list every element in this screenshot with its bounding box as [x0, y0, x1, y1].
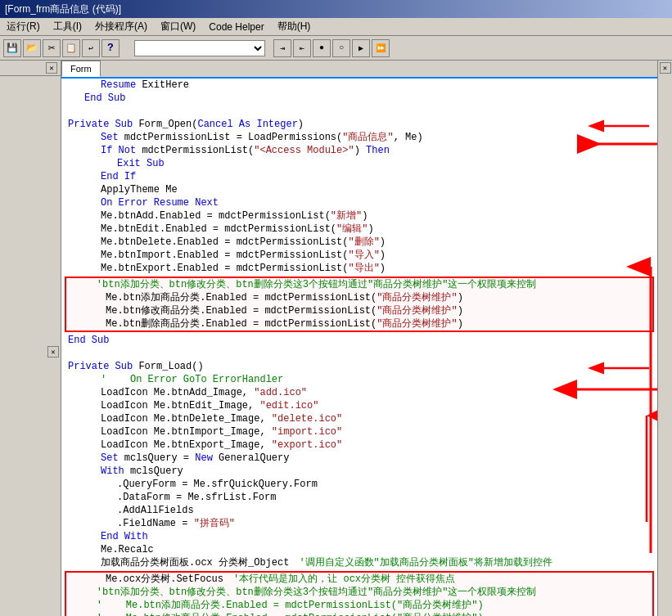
code-line: Me.btnAdd.Enabled = mdctPermissionList("… — [61, 209, 657, 223]
highlight-box-2-container: Me.ocx分类树.SetFocus '本行代码是加入的，让 ocx分类树 控件… — [61, 571, 657, 616]
code-line: ApplyTheme Me — [61, 183, 657, 196]
arrow-form-load — [584, 360, 649, 376]
code-line: ' On Error GoTo ErrorHandler — [61, 373, 657, 386]
code-line: .AddAllFields — [61, 504, 657, 517]
code-line: LoadIcon Me.btnDelete_Image, "delete.ico… — [61, 412, 657, 425]
code-line: Me.btn添加商品分类.Enabled = mdctPermissionLis… — [66, 291, 652, 304]
code-line: .DataForm = Me.sfrList.Form — [61, 491, 657, 504]
code-line: End With — [61, 530, 657, 543]
code-line: Me.Recalc — [61, 543, 657, 556]
arrow-form-open — [584, 118, 649, 134]
code-line: Me.btnEdit.Enabled = mdctPermissionList(… — [61, 223, 657, 236]
code-line: Resume ExitHere — [61, 79, 657, 92]
code-line: Me.btnDelete.Enabled = mdctPermissionLis… — [61, 236, 657, 249]
menu-addins[interactable]: 外接程序(A) — [88, 18, 154, 35]
toolbar-undo-btn[interactable]: ↩ — [82, 39, 100, 57]
code-line: 'btn添加分类、btn修改分类、btn删除分类这3个按钮均通过"商品分类树维护… — [66, 278, 652, 291]
tab-form[interactable]: Form — [61, 61, 101, 77]
left-panel-content — [0, 76, 61, 346]
code-line: Me.btnExport.Enabled = mdctPermissionLis… — [61, 262, 657, 275]
code-line: LoadIcon Me.btnImport_Image, "import.ico… — [61, 425, 657, 438]
toolbar-clear-bp-btn[interactable]: ○ — [332, 39, 350, 57]
code-line: End Sub — [61, 92, 657, 105]
code-line: LoadIcon Me.btnEdit_Image, "edit.ico" — [61, 399, 657, 412]
code-line: .FieldName = "拼音码" — [61, 517, 657, 530]
code-line: Set mclsQuery = New GeneralQuery — [61, 452, 657, 465]
code-line: .QueryForm = Me.sfrQuickQuery.Form — [61, 478, 657, 491]
code-line: 'btn添加分类、btn修改分类、btn删除分类这3个按钮均通过"商品分类树维护… — [66, 586, 652, 599]
right-panel: ✕ — [657, 61, 672, 616]
toolbar-paste-btn[interactable]: 📋 — [62, 39, 80, 57]
arrow-up — [634, 407, 657, 522]
menu-help[interactable]: 帮助(H) — [271, 18, 318, 35]
window-title: [Form_frm商品信息 (代码)] — [5, 2, 121, 16]
code-line: LoadIcon Me.btnAdd_Image, "add.ico" — [61, 386, 657, 399]
left-close-2[interactable]: ✕ — [47, 346, 59, 357]
code-line — [61, 347, 657, 360]
menu-window[interactable]: 窗口(W) — [154, 18, 202, 35]
code-content[interactable]: Resume ExitHere End Sub Private Sub Form… — [61, 79, 657, 616]
code-line: Private Sub Form_Load() — [61, 360, 657, 373]
toolbar-indent-btn[interactable]: ⇥ — [273, 39, 291, 57]
code-area: Form Resume ExitHere End Sub Pri — [61, 61, 657, 616]
code-line — [61, 105, 657, 118]
code-line: 加载商品分类树面板.ocx 分类树_Object '调用自定义函数"加载商品分类… — [61, 556, 657, 569]
code-line: Me.ocx分类树.SetFocus '本行代码是加入的，让 ocx分类树 控件… — [66, 573, 652, 586]
toolbar-toggle-bp-btn[interactable]: ● — [313, 39, 331, 57]
code-line: Private Sub Form_Open(Cancel As Integer) — [61, 118, 657, 131]
left-panel-header: ✕ — [0, 61, 61, 76]
code-line: LoadIcon Me.btnExport_Image, "export.ico… — [61, 438, 657, 452]
code-line: Me.btn修改商品分类.Enabled = mdctPermissionLis… — [66, 304, 652, 317]
left-panel-close[interactable]: ✕ — [46, 62, 57, 74]
code-line: ' Me.btn修改商品分类.Enabled = mdctPermissionL… — [66, 612, 652, 616]
highlight-box-1: 'btn添加分类、btn修改分类、btn删除分类这3个按钮均通过"商品分类树维护… — [65, 277, 654, 332]
code-line: On Error Resume Next — [61, 196, 657, 209]
code-line: End Sub — [61, 334, 657, 347]
toolbar-step-btn[interactable]: ▶ — [352, 39, 370, 57]
code-line: Set mdctPermissionList = LoadPermissions… — [61, 131, 657, 144]
title-bar: [Form_frm商品信息 (代码)] — [0, 0, 672, 18]
form-load-section: Private Sub Form_Load() — [61, 360, 657, 373]
code-line: Me.btnImport.Enabled = mdctPermissionLis… — [61, 249, 657, 262]
toolbar-open-btn[interactable]: 📂 — [23, 39, 41, 57]
form-open-section: Private Sub Form_Open(Cancel As Integer) — [61, 118, 657, 131]
menu-codehelper[interactable]: Code Helper — [202, 20, 270, 34]
relative-container: Resume ExitHere End Sub Private Sub Form… — [61, 79, 657, 616]
code-line: Me.btn删除商品分类.Enabled = mdctPermissionLis… — [66, 317, 652, 330]
toolbar: 💾 📂 ✂ 📋 ↩ ? ⇥ ⇤ ● ○ ▶ ⏩ — [0, 36, 672, 61]
toolbar-object-combo[interactable] — [134, 40, 265, 56]
code-line: Exit Sub — [61, 157, 657, 170]
highlight-box-2: Me.ocx分类树.SetFocus '本行代码是加入的，让 ocx分类树 控件… — [65, 571, 654, 616]
main-container: ✕ ✕ Form Resume ExitHere End Sub — [0, 61, 672, 616]
toolbar-cut-btn[interactable]: ✂ — [43, 39, 61, 57]
toolbar-save-btn[interactable]: 💾 — [3, 39, 21, 57]
menu-bar: 运行(R) 工具(I) 外接程序(A) 窗口(W) Code Helper 帮助… — [0, 18, 672, 36]
left-panel: ✕ ✕ — [0, 61, 61, 616]
right-close-btn[interactable]: ✕ — [660, 62, 671, 74]
code-line: End If — [61, 170, 657, 183]
tab-bar: Form — [61, 61, 657, 79]
toolbar-step2-btn[interactable]: ⏩ — [372, 39, 390, 57]
code-line: ' Me.btn添加商品分类.Enabled = mdctPermissionL… — [66, 599, 652, 612]
code-line: If Not mdctPermissionList("<Access Modul… — [61, 144, 657, 157]
menu-tools[interactable]: 工具(I) — [47, 18, 88, 35]
code-line: With mclsQuery — [61, 465, 657, 478]
menu-run[interactable]: 运行(R) — [0, 18, 47, 35]
toolbar-outdent-btn[interactable]: ⇤ — [293, 39, 311, 57]
toolbar-help-btn[interactable]: ? — [101, 39, 120, 57]
